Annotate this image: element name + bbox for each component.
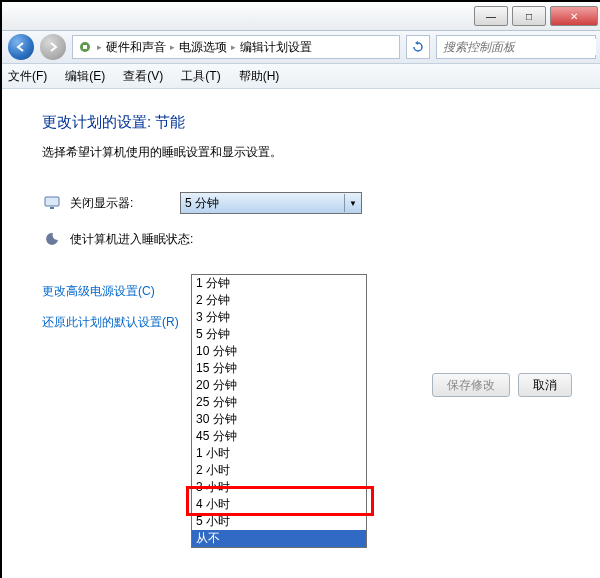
cancel-button[interactable]: 取消 xyxy=(518,373,572,397)
dropdown-option[interactable]: 3 小时 xyxy=(192,479,366,496)
dropdown-option[interactable]: 从不 xyxy=(192,530,366,547)
dropdown-option[interactable]: 2 分钟 xyxy=(192,292,366,309)
menu-view[interactable]: 查看(V) xyxy=(123,68,163,85)
titlebar: — □ ✕ xyxy=(2,2,600,31)
refresh-button[interactable] xyxy=(406,35,430,59)
row-sleep: 使计算机进入睡眠状态: xyxy=(42,225,562,253)
forward-button[interactable] xyxy=(40,34,66,60)
control-panel-window: — □ ✕ ▸ 硬件和声音 ▸ 电源选项 ▸ 编辑计划设置 文件(F) 编辑(E… xyxy=(0,0,600,578)
crumb-hardware-sound[interactable]: 硬件和声音 xyxy=(106,39,166,56)
dropdown-option[interactable]: 30 分钟 xyxy=(192,411,366,428)
dropdown-option[interactable]: 1 分钟 xyxy=(192,275,366,292)
navigation-bar: ▸ 硬件和声音 ▸ 电源选项 ▸ 编辑计划设置 xyxy=(2,31,600,64)
dropdown-option[interactable]: 20 分钟 xyxy=(192,377,366,394)
chevron-down-icon: ▼ xyxy=(344,194,361,212)
dropdown-option[interactable]: 15 分钟 xyxy=(192,360,366,377)
crumb-edit-plan[interactable]: 编辑计划设置 xyxy=(240,39,312,56)
svg-rect-5 xyxy=(50,207,54,209)
dropdown-option[interactable]: 4 小时 xyxy=(192,496,366,513)
combo-value: 5 分钟 xyxy=(185,195,219,212)
row-turn-off-display: 关闭显示器: 5 分钟 ▼ xyxy=(42,189,562,217)
dropdown-option[interactable]: 2 小时 xyxy=(192,462,366,479)
turn-off-display-combo[interactable]: 5 分钟 ▼ xyxy=(180,192,362,214)
chevron-right-icon: ▸ xyxy=(168,42,177,52)
menu-edit[interactable]: 编辑(E) xyxy=(65,68,105,85)
turn-off-display-label: 关闭显示器: xyxy=(70,195,180,212)
moon-icon xyxy=(42,229,62,249)
dropdown-list[interactable]: 1 分钟2 分钟3 分钟5 分钟10 分钟15 分钟20 分钟25 分钟30 分… xyxy=(191,274,367,548)
breadcrumb[interactable]: ▸ 硬件和声音 ▸ 电源选项 ▸ 编辑计划设置 xyxy=(72,35,400,59)
page-description: 选择希望计算机使用的睡眠设置和显示设置。 xyxy=(42,144,562,161)
refresh-icon xyxy=(412,41,424,53)
monitor-icon xyxy=(42,193,62,213)
dropdown-option[interactable]: 3 分钟 xyxy=(192,309,366,326)
crumb-power-options[interactable]: 电源选项 xyxy=(179,39,227,56)
menu-file[interactable]: 文件(F) xyxy=(8,68,47,85)
svg-rect-4 xyxy=(45,197,59,206)
search-box[interactable] xyxy=(436,35,596,59)
content-area: 更改计划的设置: 节能 选择希望计算机使用的睡眠设置和显示设置。 关闭显示器: … xyxy=(2,89,600,578)
dropdown-option[interactable]: 5 分钟 xyxy=(192,326,366,343)
arrow-left-icon xyxy=(15,41,27,53)
chevron-right-icon: ▸ xyxy=(95,42,104,52)
dropdown-option[interactable]: 25 分钟 xyxy=(192,394,366,411)
dropdown-option[interactable]: 1 小时 xyxy=(192,445,366,462)
dropdown-option[interactable]: 45 分钟 xyxy=(192,428,366,445)
menu-help[interactable]: 帮助(H) xyxy=(239,68,280,85)
menu-bar: 文件(F) 编辑(E) 查看(V) 工具(T) 帮助(H) xyxy=(2,64,600,89)
page-title: 更改计划的设置: 节能 xyxy=(42,113,562,132)
control-panel-icon xyxy=(77,39,93,55)
chevron-right-icon: ▸ xyxy=(229,42,238,52)
close-button[interactable]: ✕ xyxy=(550,6,598,26)
button-row: 保存修改 取消 xyxy=(432,373,572,397)
dropdown-option[interactable]: 10 分钟 xyxy=(192,343,366,360)
sleep-label: 使计算机进入睡眠状态: xyxy=(70,231,193,248)
dropdown-option[interactable]: 5 小时 xyxy=(192,513,366,530)
save-button[interactable]: 保存修改 xyxy=(432,373,510,397)
search-input[interactable] xyxy=(441,39,596,55)
back-button[interactable] xyxy=(8,34,34,60)
menu-tools[interactable]: 工具(T) xyxy=(181,68,220,85)
arrow-right-icon xyxy=(47,41,59,53)
maximize-button[interactable]: □ xyxy=(512,6,546,26)
svg-rect-1 xyxy=(83,45,87,49)
minimize-button[interactable]: — xyxy=(474,6,508,26)
